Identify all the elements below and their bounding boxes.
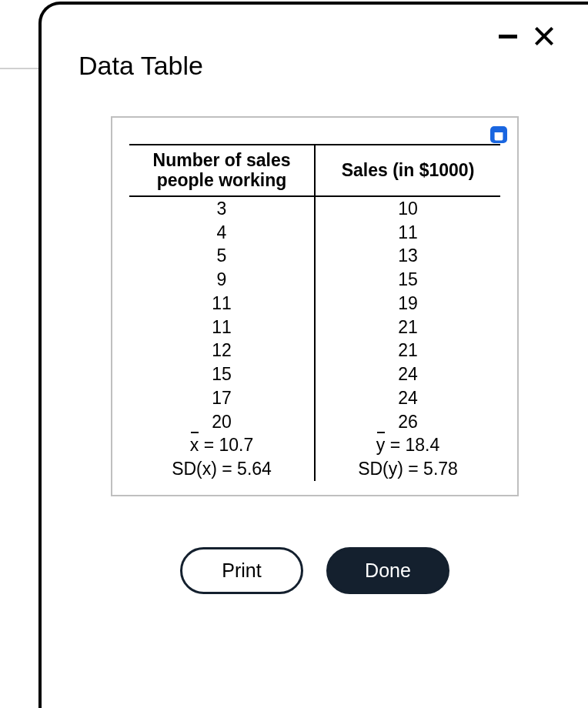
cell-x: 12 xyxy=(129,339,316,362)
table-body: 310411513915111911211221152417242026 xyxy=(129,197,500,434)
data-table-dialog: Data Table Number of sales people workin… xyxy=(38,2,588,708)
cell-y: 21 xyxy=(316,316,500,339)
column-header-x-line2: people working xyxy=(132,170,311,190)
x-mean-cell: x = 10.7 xyxy=(129,433,316,457)
y-mean-value: = 18.4 xyxy=(385,435,439,455)
cell-x: 11 xyxy=(129,292,316,316)
cell-y: 26 xyxy=(316,410,500,434)
background-divider xyxy=(0,68,38,69)
table-row: 1524 xyxy=(129,362,500,386)
cell-x: 20 xyxy=(129,410,316,434)
mean-row: x = 10.7 y = 18.4 xyxy=(129,433,500,457)
minimize-icon[interactable] xyxy=(499,35,517,38)
dialog-title: Data Table xyxy=(79,51,203,81)
dialog-header: Data Table xyxy=(42,5,588,81)
table-container: Number of sales people working Sales (in… xyxy=(111,116,519,496)
cell-x: 5 xyxy=(129,244,316,268)
column-header-y: Sales (in $1000) xyxy=(316,145,500,195)
copy-icon[interactable] xyxy=(488,124,509,145)
window-controls xyxy=(499,26,554,46)
svg-rect-2 xyxy=(494,129,503,132)
print-button[interactable]: Print xyxy=(180,547,303,594)
table-row: 1119 xyxy=(129,292,500,316)
y-bar-symbol: y xyxy=(376,434,386,456)
table-row: 1724 xyxy=(129,386,500,410)
cell-x: 15 xyxy=(129,362,316,386)
cell-y: 21 xyxy=(316,339,500,362)
sd-row: SD(x) = 5.64 SD(y) = 5.78 xyxy=(129,457,500,481)
data-table: Number of sales people working Sales (in… xyxy=(129,144,500,481)
done-button[interactable]: Done xyxy=(326,547,449,594)
table-header-row: Number of sales people working Sales (in… xyxy=(129,144,500,197)
cell-y: 13 xyxy=(316,244,500,268)
column-header-x: Number of sales people working xyxy=(129,145,316,195)
sd-y-cell: SD(y) = 5.78 xyxy=(316,457,500,481)
cell-y: 24 xyxy=(316,386,500,410)
x-bar-symbol: x xyxy=(190,434,199,456)
table-row: 2026 xyxy=(129,410,500,434)
table-row: 1121 xyxy=(129,316,500,339)
cell-x: 9 xyxy=(129,268,316,292)
table-row: 310 xyxy=(129,197,500,221)
sd-x-cell: SD(x) = 5.64 xyxy=(129,457,316,481)
cell-x: 11 xyxy=(129,316,316,339)
table-row: 915 xyxy=(129,268,500,292)
y-mean-cell: y = 18.4 xyxy=(316,433,500,457)
cell-y: 11 xyxy=(316,221,500,245)
table-row: 411 xyxy=(129,221,500,245)
cell-x: 17 xyxy=(129,386,316,410)
x-mean-value: = 10.7 xyxy=(199,435,253,455)
cell-x: 4 xyxy=(129,221,316,245)
column-header-x-line1: Number of sales xyxy=(132,150,311,170)
cell-y: 10 xyxy=(316,197,500,221)
cell-x: 3 xyxy=(129,197,316,221)
close-icon[interactable] xyxy=(534,26,554,46)
cell-y: 19 xyxy=(316,292,500,316)
cell-y: 24 xyxy=(316,362,500,386)
table-row: 513 xyxy=(129,244,500,268)
table-row: 1221 xyxy=(129,339,500,362)
dialog-button-row: Print Done xyxy=(42,547,588,594)
cell-y: 15 xyxy=(316,268,500,292)
